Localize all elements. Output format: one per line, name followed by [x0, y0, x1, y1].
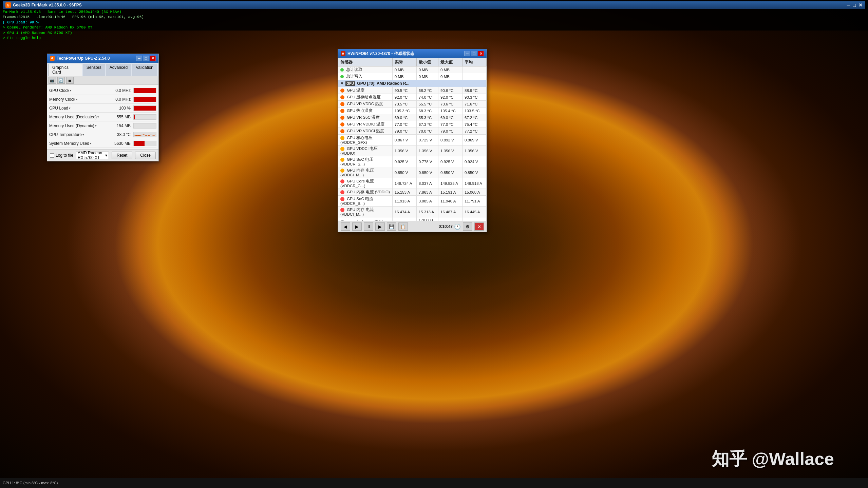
- hwinfo-timer-display: 0:10:47 🕐: [439, 223, 461, 230]
- gpuz-refresh-btn[interactable]: 🔄: [57, 77, 65, 84]
- hwinfo-volt-icon-3: [340, 158, 344, 162]
- hwinfo-temp-icon-5: [340, 116, 344, 120]
- hwinfo-close-btn[interactable]: ✕: [478, 51, 484, 56]
- hwinfo-gpu-label-badge: GPU: [345, 81, 355, 86]
- hwinfo-nav-next-btn[interactable]: ▶: [352, 222, 362, 231]
- gpuz-label-mem-dynamic: Memory Used (Dynamic) ▾: [49, 123, 109, 128]
- gpuz-row-cpu-temp: CPU Temperature ▾ 38.0 °C: [49, 130, 156, 139]
- tab-sensors[interactable]: Sensors: [83, 64, 105, 76]
- gpuz-tabs: Graphics Card Sensors Advanced Validatio…: [47, 63, 158, 76]
- hwinfo-titlebar: H HWiNFO64 v7.30-4870 - 传感器状态 ─ □ ✕: [338, 49, 487, 58]
- tab-validation[interactable]: Validation: [132, 64, 157, 76]
- hwinfo-cell-gpu-temp-max: 90.6 °C: [438, 87, 463, 94]
- hwinfo-title: HWiNFO64 v7.30-4870 - 传感器状态: [347, 51, 414, 57]
- hwinfo-close-toolbar-btn[interactable]: ✕: [474, 222, 484, 231]
- hwinfo-cell-gpu-vr-soc-temp-name: GPU VR SoC 温度: [338, 114, 393, 121]
- gpuz-bar-fill-mem-dedicated: [134, 115, 135, 119]
- hwinfo-cell-gpu-vr-soc-temp-avg: 67.2 °C: [463, 114, 487, 121]
- hwinfo-save-btn[interactable]: 💾: [387, 222, 396, 231]
- furmark-minimize-btn[interactable]: ─: [847, 2, 850, 8]
- hwinfo-cell-gpu-mem-current-avg: 15.068 A: [463, 189, 487, 196]
- hwinfo-cell-gpu-vr-vddio-temp-name: GPU VR VDDIO 温度: [338, 121, 393, 128]
- gpuz-dropdown-memory-clock[interactable]: ▾: [76, 98, 78, 101]
- hwinfo-cell-gpu-vr-vddci-temp-name: GPU VR VDDCI 温度: [338, 128, 393, 135]
- hwinfo-cell-gpu-vddio-volt-name: GPU VDDCI 电压 (VDDIO): [338, 145, 393, 156]
- gpuz-titlebar: G TechPowerUp GPU-Z 2.54.0 ─ □ ✕: [47, 54, 158, 63]
- hwinfo-settings-btn[interactable]: ⚙: [463, 222, 472, 231]
- hwinfo-cell-gpu-vr-vddio-temp-max: 77.0 °C: [438, 121, 463, 128]
- gpuz-dropdown-sys-memory[interactable]: ▾: [90, 142, 92, 145]
- hwinfo-row-gpu-core-current: GPU Core 电流 (VDDCR_G...) 149.724 A 8.037…: [338, 178, 487, 189]
- hwinfo-pause-btn[interactable]: ⏸: [364, 222, 373, 231]
- gpuz-row-mem-dynamic: Memory Used (Dynamic) ▾ 154 MB: [49, 121, 156, 130]
- hwinfo-col-max: 最大值: [438, 58, 463, 66]
- hwinfo-expand-icon[interactable]: ▼: [340, 81, 344, 86]
- gpuz-reset-btn[interactable]: Reset: [112, 152, 132, 159]
- hwinfo-row-gpu-vddci-current: GPU 内存 电流 (VDDCI_M...) 16.474 A 15.313 A…: [338, 207, 487, 217]
- furmark-maximize-btn[interactable]: □: [853, 2, 856, 8]
- gpuz-log-checkbox[interactable]: [50, 153, 54, 158]
- gpuz-bar-gpu-clock: [133, 88, 156, 93]
- gpuz-dropdown-gpu-load[interactable]: ▾: [69, 106, 71, 110]
- gpuz-device-dropdown-arrow[interactable]: ▾: [105, 153, 107, 158]
- hwinfo-row-gpu-mem-volt: GPU 内存 电压 (VDDCI_M...) 0.850 V 0.850 V 0…: [338, 167, 487, 178]
- hwinfo-cell-gpu-soc-current-val: 11.913 A: [392, 196, 416, 207]
- hwinfo-play-btn[interactable]: ▶: [375, 222, 385, 231]
- hwinfo-cell-gpu-core-tdc-max: 170.000 A: [438, 217, 463, 221]
- hwinfo-cell-gpu-mem-current-max: 15.191 A: [438, 189, 463, 196]
- gpuz-bar-mem-dynamic: [133, 123, 156, 129]
- watermark-text: 知乎 @Wallace: [712, 449, 834, 469]
- hwinfo-title-controls[interactable]: ─ □ ✕: [464, 51, 484, 56]
- hwinfo-nav-prev-btn[interactable]: ◀: [341, 222, 350, 231]
- gpuz-dropdown-gpu-clock[interactable]: ▾: [70, 89, 72, 92]
- hwinfo-cell-gpu-hotspot-mem-name: GPU 显存结点温度: [338, 94, 393, 101]
- hwinfo-cell-gpu-vr-vddc-temp-min: 55.5 °C: [416, 101, 438, 108]
- gpuz-label-cpu-temp: CPU Temperature ▾: [49, 132, 109, 137]
- hwinfo-toolbar: ◀ ▶ ⏸ ▶ 💾 📋 0:10:47 🕐 ⚙ ✕: [338, 221, 487, 232]
- gpuz-toolbar: 📷 🔄 ☰: [47, 76, 158, 85]
- hwinfo-copy-btn[interactable]: 📋: [398, 222, 408, 231]
- hwinfo-cell-gpu-core-current-name: GPU Core 电流 (VDDCR_G...): [338, 178, 393, 189]
- hwinfo-cell-gpu-vddci-current-avg: 16.445 A: [463, 207, 487, 217]
- hwinfo-cell-gpu-vddci-current-val: 16.474 A: [392, 207, 416, 217]
- gpuz-menu-btn[interactable]: ☰: [66, 77, 74, 84]
- hwinfo-volt-icon-4: [340, 169, 344, 173]
- hwinfo-cell-gpu-mem-volt-max: 0.850 V: [438, 167, 463, 178]
- gpuz-close-btn-bottom[interactable]: Close: [135, 152, 156, 159]
- hwinfo-cell-gpu-core-volt-max: 0.892 V: [438, 135, 463, 145]
- hwinfo-gpu-section-cell: ▼ GPU GPU [#0]: AMD Radeon R...: [338, 80, 487, 87]
- hwinfo-maximize-btn[interactable]: □: [471, 51, 477, 56]
- hwinfo-cell-gpu-vr-vddio-temp-val: 77.0 °C: [392, 121, 416, 128]
- furmark-title-controls[interactable]: ─ □ ✕: [847, 2, 863, 8]
- taskbar: GPU 1: 8°C (min:8°C - max: 8°C): [0, 478, 868, 488]
- hwinfo-minimize-btn[interactable]: ─: [464, 51, 470, 56]
- gpuz-title-controls[interactable]: ─ □ ✕: [136, 56, 156, 61]
- hwinfo-cell-gpu-vr-vddio-temp-min: 67.3 °C: [416, 121, 438, 128]
- gpuz-dropdown-cpu-temp[interactable]: ▾: [82, 133, 84, 136]
- gpuz-device-select[interactable]: AMD Radeon RX 5700 XT ▾: [76, 152, 109, 159]
- furmark-close-btn[interactable]: ✕: [858, 2, 863, 8]
- hwinfo-power-icon-3: [340, 197, 344, 201]
- hwinfo-icon-total-read: [340, 68, 344, 72]
- gpuz-bar-memory-clock: [133, 97, 156, 102]
- hwinfo-cell-gpu-vr-vddc-temp-avg: 71.6 °C: [463, 101, 487, 108]
- tab-advanced[interactable]: Advanced: [106, 64, 131, 76]
- hwinfo-cell-total-write-max: 0 MB: [438, 73, 463, 80]
- hwinfo-row-gpu-core-volt: GPU 核心电压 (VDDCR_GFX) 0.867 V 0.729 V 0.8…: [338, 135, 487, 145]
- hwinfo-volt-icon-1: [340, 136, 344, 140]
- gpuz-maximize-btn[interactable]: □: [143, 56, 149, 61]
- hwinfo-cell-total-write-avg: [463, 73, 487, 80]
- gpuz-camera-btn[interactable]: 📷: [49, 77, 56, 84]
- gpuz-minimize-btn[interactable]: ─: [136, 56, 142, 61]
- hwinfo-cell-gpu-vr-vddc-temp-name: GPU VR VDDC 温度: [338, 101, 393, 108]
- hwinfo-cell-total-read-avg: [463, 66, 487, 73]
- hwinfo-cell-total-read-val: 0 MB: [392, 66, 416, 73]
- gpuz-label-sys-memory: System Memory Used ▾: [49, 141, 109, 146]
- hwinfo-cell-gpu-mem-current-min: 7.863 A: [416, 189, 438, 196]
- tab-graphics-card[interactable]: Graphics Card: [49, 64, 82, 76]
- hwinfo-power-icon-4: [340, 208, 344, 212]
- hwinfo-table-container[interactable]: 传感器 实际 最小值 最大值 平均 总计读取 0 MB 0 MB 0 MB: [338, 58, 487, 221]
- gpuz-close-btn[interactable]: ✕: [150, 56, 156, 61]
- gpuz-dropdown-mem-dynamic[interactable]: ▾: [95, 124, 97, 128]
- gpuz-dropdown-mem-dedicated[interactable]: ▾: [97, 115, 99, 119]
